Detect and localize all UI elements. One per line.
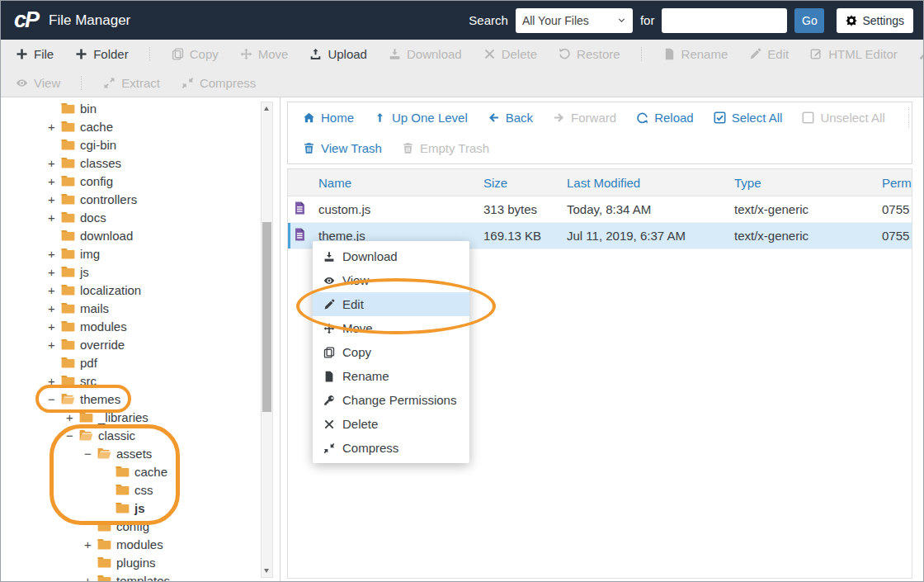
tree-folder-item[interactable]: − assets: [1, 444, 280, 462]
tree-expander-toggle[interactable]: +: [48, 156, 61, 170]
tree-folder-item[interactable]: + classes: [1, 154, 280, 172]
tree-expander-toggle[interactable]: +: [48, 247, 61, 261]
column-header-size[interactable]: Size: [483, 176, 567, 190]
file-nav-link-label: Reload: [654, 111, 694, 125]
tree-folder-item[interactable]: config: [1, 517, 280, 535]
tree-folder-item[interactable]: cache: [1, 462, 280, 480]
column-header-permissions[interactable]: Permissions: [882, 176, 912, 190]
key-icon: [919, 48, 924, 60]
tree-expander-toggle[interactable]: +: [48, 174, 61, 188]
toolbar-button[interactable]: Download: [389, 47, 462, 61]
toolbar-button[interactable]: Edit: [749, 47, 789, 61]
tree-expander-toggle[interactable]: +: [84, 537, 97, 551]
scrollbar-thumb[interactable]: [262, 222, 271, 412]
file-nav-link[interactable]: Empty Trash: [402, 141, 489, 155]
tree-expander-toggle[interactable]: −: [84, 447, 97, 461]
file-nav-link[interactable]: View Trash: [303, 141, 382, 155]
tree-folder-item[interactable]: css: [1, 480, 280, 499]
file-type-cell: text/x-generic: [734, 229, 882, 243]
file-nav-link[interactable]: Reload: [636, 111, 694, 125]
toolbar-button[interactable]: Compress: [182, 76, 256, 90]
file-nav-link[interactable]: Up One Level: [374, 111, 468, 125]
brand: cP File Manager: [14, 7, 130, 33]
tree-folder-item[interactable]: bin: [1, 99, 280, 117]
tree-folder-item[interactable]: + controllers: [1, 190, 280, 208]
context-menu-item[interactable]: Edit: [313, 292, 469, 316]
sidebar-scrollbar[interactable]: [261, 102, 273, 578]
context-menu-item[interactable]: Move: [313, 316, 469, 340]
toolbar-button[interactable]: Restore: [559, 47, 642, 61]
column-header-name[interactable]: Name: [318, 176, 483, 190]
context-menu-item[interactable]: Download: [313, 244, 469, 268]
tree-folder-item[interactable]: + cache: [1, 117, 280, 135]
tree-folder-item[interactable]: + modules: [1, 317, 280, 335]
tree-folder-item[interactable]: + _libraries: [1, 408, 280, 426]
tree-expander-toggle[interactable]: −: [66, 428, 79, 442]
tree-expander-toggle[interactable]: −: [48, 392, 61, 406]
context-menu-item[interactable]: Change Permissions: [313, 388, 469, 412]
tree-folder-item[interactable]: pdf: [1, 353, 280, 371]
toolbar-button[interactable]: Upload: [309, 47, 367, 61]
tree-expander-toggle[interactable]: +: [48, 283, 61, 297]
go-button[interactable]: Go: [794, 8, 824, 33]
toolbar-button[interactable]: HTML Editor: [810, 47, 898, 61]
file-nav-link[interactable]: Home: [303, 111, 354, 125]
scrollbar-down-button[interactable]: [262, 565, 272, 577]
column-header-type[interactable]: Type: [734, 176, 882, 190]
column-header-last-modified[interactable]: Last Modified: [567, 176, 734, 190]
tree-folder-item[interactable]: + templates: [1, 571, 280, 581]
toolbar-button[interactable]: Rename: [663, 47, 728, 61]
toolbar-button[interactable]: File: [16, 47, 54, 61]
file-nav-link[interactable]: Select All: [714, 111, 783, 125]
tree-folder-item[interactable]: + img: [1, 244, 280, 263]
tree-folder-item[interactable]: download: [1, 226, 280, 244]
scrollbar-up-button[interactable]: [262, 102, 272, 115]
tree-folder-item[interactable]: + config: [1, 172, 280, 190]
tree-folder-item[interactable]: js: [1, 499, 280, 517]
search-scope-select[interactable]: All Your Files: [516, 8, 633, 33]
tree-expander-toggle[interactable]: +: [48, 374, 61, 388]
context-menu-item[interactable]: Copy: [313, 340, 469, 364]
tree-expander-toggle[interactable]: +: [48, 319, 61, 334]
toolbar-button[interactable]: Copy: [172, 47, 219, 61]
search-input[interactable]: [662, 8, 787, 33]
toolbar-button[interactable]: Move: [240, 47, 289, 61]
folder-icon: [61, 157, 75, 168]
file-nav-link[interactable]: Unselect All: [802, 111, 884, 125]
tree-folder-item[interactable]: cgi-bin: [1, 135, 280, 154]
toolbar-button[interactable]: Permissions: [919, 47, 924, 61]
file-nav-link[interactable]: Back: [488, 111, 533, 125]
tree-expander-toggle[interactable]: +: [48, 301, 61, 315]
context-menu-item[interactable]: Rename: [313, 364, 469, 388]
settings-button[interactable]: Settings: [837, 8, 913, 33]
tree-folder-item[interactable]: + docs: [1, 208, 280, 226]
file-nav-link[interactable]: Forward: [553, 111, 616, 125]
toolbar-button[interactable]: Folder: [75, 47, 150, 61]
tree-expander-toggle[interactable]: +: [48, 338, 61, 352]
tree-folder-item[interactable]: plugins: [1, 553, 280, 571]
toolbar-button[interactable]: Delete: [483, 47, 537, 61]
tree-folder-item[interactable]: + modules: [1, 535, 280, 553]
context-menu-item[interactable]: Delete: [313, 412, 469, 436]
toolbar-button[interactable]: View: [16, 76, 82, 90]
tree-expander-toggle[interactable]: +: [66, 410, 79, 424]
tree-expander-toggle[interactable]: +: [48, 211, 61, 225]
tree-folder-item[interactable]: + js: [1, 263, 280, 281]
context-menu-item[interactable]: View: [313, 268, 469, 292]
context-menu-item-label: Rename: [342, 369, 389, 383]
toolbar-button[interactable]: Extract: [103, 76, 160, 90]
tree-folder-item[interactable]: + src: [1, 371, 280, 390]
tree-folder-label: modules: [116, 537, 163, 551]
tree-expander-toggle[interactable]: +: [48, 192, 61, 206]
tree-expander-toggle[interactable]: +: [48, 120, 61, 134]
tree-expander-toggle[interactable]: +: [84, 574, 97, 582]
tree-folder-item[interactable]: + override: [1, 335, 280, 353]
tree-folder-item[interactable]: + mails: [1, 299, 280, 317]
tree-folder-label: classic: [98, 428, 135, 442]
tree-folder-item[interactable]: − classic: [1, 426, 280, 444]
file-row[interactable]: custom.js 313 bytes Today, 8:34 AM text/…: [288, 196, 912, 223]
context-menu-item[interactable]: Compress: [313, 436, 469, 460]
tree-expander-toggle[interactable]: +: [48, 265, 61, 279]
tree-folder-item[interactable]: + localization: [1, 281, 280, 299]
tree-folder-item[interactable]: − themes: [1, 390, 280, 408]
